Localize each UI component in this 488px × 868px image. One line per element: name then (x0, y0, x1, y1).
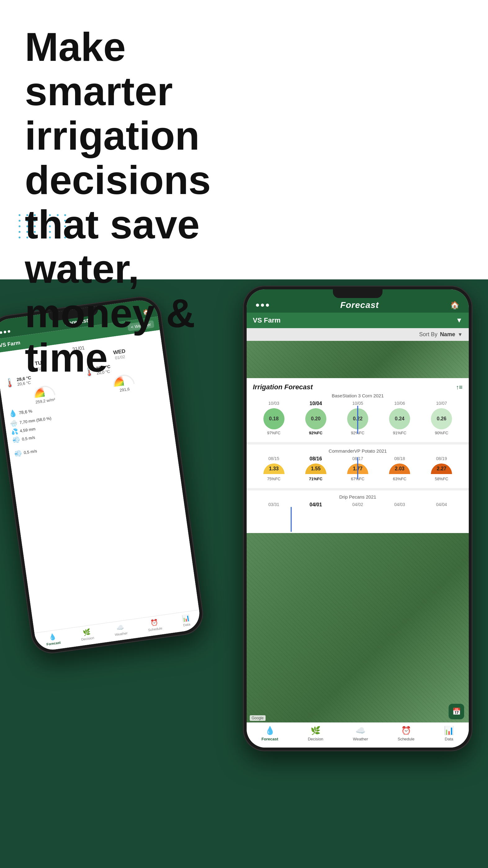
date-cell-0402: 04/02 (342, 502, 373, 507)
hc-potato-1: 1.33 (263, 464, 285, 474)
map-texture (247, 341, 469, 378)
status-dots (256, 304, 269, 307)
date-0818: 08/18 (384, 456, 415, 461)
nav-forecast[interactable]: 💧 Forecast (262, 726, 278, 741)
date-1006: 10/06 (384, 401, 415, 406)
front-phone-screen: Forecast 🏠 VS Farm ▼ Sort By Name (247, 289, 469, 748)
crop2-name: CommanderVP Potato 2021 (253, 448, 462, 454)
forecast-header: Irrigation Forecast ↑≡ (253, 383, 462, 391)
hc-potato-2: 1.55 (305, 464, 326, 474)
date-cell-0403: 04/03 (384, 502, 415, 507)
date-cell-0818: 08/18 (384, 456, 415, 462)
date-1004: 10/04 (300, 401, 331, 406)
data-icon: 📊 (444, 726, 454, 736)
google-label: Google (250, 715, 266, 721)
wind-icon: 💨 (12, 436, 21, 444)
date-0401: 04/01 (300, 502, 331, 507)
hero-title: Make smarter irrigation decisions that s… (25, 25, 273, 380)
circle-corn-4: 0.24 (389, 408, 410, 429)
fc-potato-1: 75%FC (258, 476, 289, 481)
decision-nav-label: Decision (81, 636, 94, 641)
humidity-icon: 💧 (8, 409, 18, 418)
date-0331: 03/31 (258, 502, 289, 507)
evap-icon: 💦 (11, 428, 19, 436)
crop2-section: CommanderVP Potato 2021 08/15 08/16 08/1… (247, 444, 469, 488)
farm-bar[interactable]: VS Farm ▼ (247, 313, 469, 328)
date-cell-0816: 08/16 (300, 456, 331, 462)
today-indicator-drip (291, 507, 292, 532)
divider-1 (247, 442, 469, 444)
back-nav-schedule[interactable]: ⏰ Schedule (147, 618, 163, 632)
date-0403: 04/03 (384, 502, 415, 507)
fc-corn-4: 91%FC (384, 431, 415, 435)
date-0819: 08/19 (426, 456, 457, 461)
calendar-fab-button[interactable]: 📅 (449, 704, 464, 719)
sort-list-icon[interactable]: ↑≡ (456, 384, 462, 391)
nav-schedule[interactable]: ⏰ Schedule (398, 726, 415, 741)
date-1030: 10/03 (258, 401, 289, 406)
circle-corn-2: 0.20 (305, 408, 326, 429)
crop3-name: Drip Pecans 2021 (253, 494, 462, 499)
date-1007: 10/07 (426, 401, 457, 406)
crop3-circle-row (253, 509, 462, 528)
app-title: Forecast (340, 300, 379, 310)
fc-potato-4: 63%FC (384, 476, 415, 481)
today-indicator-potato (357, 457, 358, 479)
nav-data[interactable]: 📊 Data (444, 726, 454, 741)
nav-schedule-label: Schedule (398, 737, 415, 741)
bottom-map-texture (247, 533, 469, 722)
date-cell-1030: 10/03 (258, 401, 289, 406)
date-cell-1006: 10/06 (384, 401, 415, 406)
forecast-card-corn: Irrigation Forecast ↑≡ BaseStation 3 Cor… (247, 378, 469, 442)
sort-chevron-icon[interactable]: ▼ (458, 332, 462, 337)
date-cell-0401: 04/01 (300, 502, 331, 507)
fc-corn-2: 92%FC (300, 431, 331, 435)
date-0404: 04/04 (426, 502, 457, 507)
evap-val-tue: 4,59 mm (20, 426, 36, 433)
fc-corn-1: 97%FC (258, 431, 289, 435)
forecast-title: Irrigation Forecast (253, 383, 313, 391)
hero-section: Make smarter irrigation decisions that s… (0, 0, 488, 279)
chevron-down-icon[interactable]: ▼ (456, 316, 462, 324)
front-phone-frame: Forecast 🏠 VS Farm ▼ Sort By Name (243, 286, 473, 751)
sort-bar[interactable]: Sort By Name ▼ (247, 328, 469, 341)
back-nav-weather[interactable]: ☁️ Weather (113, 623, 128, 637)
today-indicator-corn (357, 406, 358, 434)
crop2-circle-row: 1.33 1.55 1.77 2.03 2.27 (253, 464, 462, 475)
back-nav-decision[interactable]: 🌿 Decision (80, 627, 94, 641)
date-cell-1007: 10/07 (426, 401, 457, 406)
crop3-date-row: 03/31 04/01 04/02 04/03 (253, 502, 462, 507)
home-icon[interactable]: 🏠 (450, 301, 459, 310)
wind-val-tue: 0,5 m/s (22, 435, 35, 441)
date-cell-1004: 10/04 (300, 401, 331, 406)
weather-nav-icon: ☁️ (116, 623, 125, 631)
date-cell-0819: 08/19 (426, 456, 457, 462)
date-0815: 08/15 (258, 456, 289, 461)
front-phone: Forecast 🏠 VS Farm ▼ Sort By Name (243, 286, 473, 751)
forecast-nav-icon: 💧 (48, 633, 57, 641)
nav-decision[interactable]: 🌿 Decision (308, 726, 323, 741)
solar-arc-tue (33, 384, 56, 398)
bottom-nav: 💧 Forecast 🌿 Decision ☁️ Weather (247, 722, 469, 748)
forecast-icon: 💧 (265, 726, 275, 736)
thermometer-icon-tue: 🌡️ (4, 377, 16, 389)
bottom-map: Google 📅 (247, 533, 469, 722)
back-nav-forecast[interactable]: 💧 Forecast (45, 632, 61, 646)
app-title-area: Forecast (340, 300, 379, 310)
farm-name: VS Farm (253, 316, 281, 324)
crop1-name: BaseStation 3 Corn 2021 (253, 393, 462, 398)
crop1-circle-row: 0.18 0.20 0.22 0.24 0.26 (253, 408, 462, 429)
date-cell-0331: 03/31 (258, 502, 289, 507)
sort-value: Name (440, 331, 455, 338)
back-nav-data[interactable]: 📊 Data (182, 614, 191, 627)
map-top (247, 341, 469, 378)
hc-potato-5: 2.27 (431, 464, 452, 474)
wind-partial-val: 0,5 m/s (24, 448, 37, 455)
nav-weather[interactable]: ☁️ Weather (353, 726, 368, 741)
weather-icon: ☁️ (356, 726, 365, 736)
back-status-dots (0, 330, 10, 334)
circle-corn-1: 0.18 (263, 408, 285, 429)
data-nav-icon: 📊 (182, 614, 190, 622)
sort-label: Sort By (419, 331, 437, 338)
app-screen: Forecast 🏠 VS Farm ▼ Sort By Name (247, 289, 469, 748)
